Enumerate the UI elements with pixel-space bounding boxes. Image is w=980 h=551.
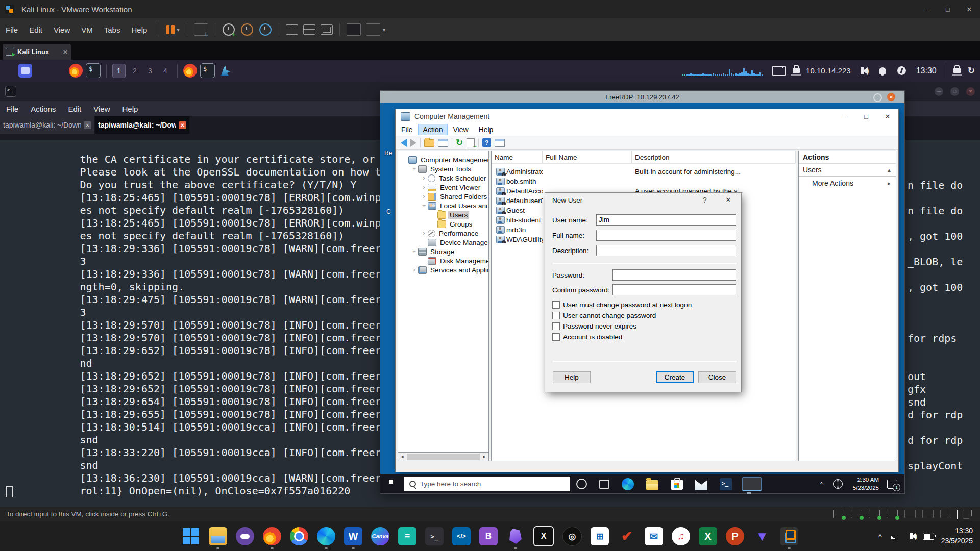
rdp-tray-chevron-icon[interactable]: ^: [820, 481, 823, 487]
suspend-dropdown-icon[interactable]: ▾: [177, 27, 180, 33]
tree-item[interactable]: System Tools: [398, 164, 488, 173]
field-input[interactable]: [596, 245, 736, 256]
back-icon[interactable]: [401, 139, 407, 147]
kali-launcher[interactable]: [2, 64, 15, 78]
help-icon[interactable]: ?: [482, 138, 491, 147]
tree-expander-icon[interactable]: [411, 166, 418, 172]
terminal-menu-item[interactable]: Edit: [62, 105, 87, 113]
tree-item[interactable]: Groups: [398, 219, 488, 229]
kali-launcher[interactable]: [69, 64, 83, 78]
rdp-taskbar-icon[interactable]: [622, 478, 634, 490]
freerdp-titlebar[interactable]: FreeRDP: 10.129.237.42 ✕: [380, 91, 904, 103]
rdp-start-button[interactable]: [389, 480, 398, 488]
actions-group-users[interactable]: Users ▲: [799, 164, 896, 177]
cm-maximize-icon[interactable]: □: [855, 109, 877, 123]
expand-icon[interactable]: ►: [887, 181, 892, 186]
checkbox-row[interactable]: User cannot change password: [552, 312, 656, 319]
rdp-taskbar-icon[interactable]: [720, 478, 732, 490]
rdp-action-center-icon[interactable]: 1: [887, 480, 897, 489]
checkbox-row[interactable]: Password never expires: [552, 322, 636, 330]
dialog-titlebar[interactable]: New User: [545, 193, 741, 207]
host-taskbar-icon[interactable]: W: [344, 527, 362, 545]
tree-item[interactable]: Disk Management: [398, 256, 488, 265]
vm-device-icon[interactable]: [833, 510, 844, 518]
kali-launcher[interactable]: [86, 63, 101, 78]
display-icon[interactable]: [772, 66, 786, 76]
freerdp-close-icon[interactable]: ✕: [887, 93, 895, 101]
host-taskbar-icon[interactable]: [317, 527, 335, 545]
terminal-menu-item[interactable]: File: [0, 105, 24, 113]
rdp-taskbar-icon[interactable]: [742, 477, 762, 491]
cm-minimize-icon[interactable]: —: [834, 109, 855, 123]
tree-item[interactable]: Local Users and Groups: [398, 201, 488, 210]
vmware-menu-item[interactable]: Edit: [23, 26, 48, 34]
terminal-maximize-icon[interactable]: □: [950, 87, 959, 96]
field-input[interactable]: Jim: [596, 214, 736, 226]
tree-expander-icon[interactable]: [421, 174, 427, 182]
dialog-button[interactable]: Help: [553, 371, 591, 383]
battery-icon[interactable]: [923, 533, 934, 540]
refresh-icon[interactable]: ↻: [456, 139, 463, 146]
password-input[interactable]: [612, 269, 736, 281]
tree-horizontal-scrollbar[interactable]: ◄ ►: [398, 453, 489, 461]
rdp-taskbar-icon[interactable]: [671, 480, 683, 490]
host-taskbar-icon[interactable]: ◎: [562, 527, 582, 546]
dialog-help-icon[interactable]: ?: [700, 196, 709, 205]
cm-menu-item[interactable]: File: [397, 124, 418, 135]
tree-item[interactable]: Event Viewer: [398, 183, 488, 192]
more-actions[interactable]: More Actions ►: [799, 177, 896, 189]
cm-menu-item[interactable]: Help: [474, 124, 498, 135]
vm-device-icon[interactable]: [887, 510, 898, 518]
tree-expander-icon[interactable]: [411, 266, 418, 273]
vpn-lock-icon[interactable]: [793, 68, 800, 73]
open-app-icon[interactable]: [200, 63, 215, 78]
kali-launcher[interactable]: [52, 64, 66, 78]
screen-lock-icon[interactable]: [953, 68, 961, 73]
host-taskbar-icon[interactable]: ▼: [753, 527, 771, 545]
tree-item[interactable]: Services and Applications: [398, 265, 488, 274]
volume-icon[interactable]: [909, 533, 916, 539]
host-taskbar-icon[interactable]: >_: [425, 527, 444, 545]
tree-expander-icon[interactable]: [421, 184, 427, 191]
host-taskbar-icon[interactable]: X: [699, 527, 717, 545]
terminal-tab[interactable]: tapiwamla@kali: ~/Downloads ✕: [95, 116, 190, 134]
cm-close-icon[interactable]: ✕: [877, 109, 898, 123]
host-taskbar-icon[interactable]: [236, 527, 254, 545]
checkbox[interactable]: [552, 333, 560, 341]
vmware-menu-item[interactable]: File: [0, 26, 23, 34]
vmware-menu-item[interactable]: View: [48, 26, 76, 34]
cm-menu-item[interactable]: Action: [419, 124, 448, 135]
manage-snapshots-icon[interactable]: [259, 23, 272, 36]
tab-close-icon[interactable]: ✕: [63, 48, 68, 56]
host-taskbar-icon[interactable]: B: [479, 527, 498, 545]
tree-item[interactable]: Device Manager: [398, 238, 488, 247]
collapse-icon[interactable]: ▲: [887, 167, 892, 173]
host-taskbar-icon[interactable]: [780, 527, 798, 545]
host-taskbar-icon[interactable]: ≡: [398, 527, 416, 545]
terminal-minimize-icon[interactable]: —: [935, 87, 943, 96]
dialog-button[interactable]: Create: [656, 371, 694, 383]
password-input[interactable]: [612, 284, 736, 295]
workspace-button[interactable]: 1: [112, 64, 126, 78]
tree-item[interactable]: Computer Management (Local: [398, 155, 488, 164]
show-console-tree-icon[interactable]: [438, 139, 448, 147]
host-taskbar-icon[interactable]: ✉: [645, 527, 663, 545]
dialog-button[interactable]: Close: [698, 371, 736, 383]
tree-expander-icon[interactable]: [421, 203, 428, 209]
rdp-taskbar-icon[interactable]: [599, 480, 609, 489]
view-dropdown-icon[interactable]: ▾: [383, 27, 386, 33]
scroll-right-icon[interactable]: ►: [480, 454, 488, 459]
terminal-close-icon[interactable]: ✕: [966, 87, 975, 96]
dialog-close-icon[interactable]: ✕: [724, 196, 733, 205]
host-taskbar-icon[interactable]: </>: [452, 527, 471, 545]
show-actions-pane-icon[interactable]: [495, 139, 505, 147]
close-icon[interactable]: ✕: [959, 0, 980, 18]
workspace-button[interactable]: 3: [144, 64, 156, 78]
checkbox[interactable]: [552, 312, 560, 319]
export-list-icon[interactable]: [467, 138, 475, 147]
minimize-icon[interactable]: —: [916, 0, 937, 18]
host-taskbar-icon[interactable]: ♫: [672, 527, 690, 545]
maximize-icon[interactable]: □: [937, 0, 959, 18]
logout-icon[interactable]: ↻: [968, 65, 975, 76]
tree-item[interactable]: Shared Folders: [398, 192, 488, 201]
